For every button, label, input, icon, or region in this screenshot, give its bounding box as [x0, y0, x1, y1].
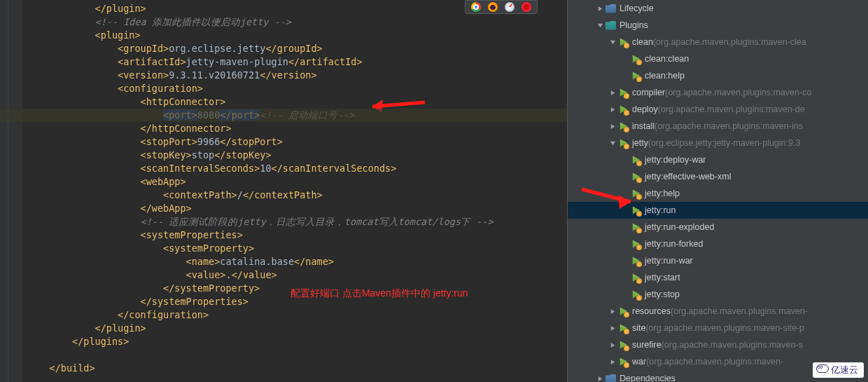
maven-node[interactable]: jetty:help	[568, 185, 868, 202]
maven-node[interactable]: clean (org.apache.maven.plugins:maven-cl…	[568, 34, 868, 50]
annotation-text: 配置好端口 点击Maven插件中的 jetty:run	[290, 287, 468, 300]
tree-expand-icon[interactable]	[608, 324, 617, 332]
maven-node[interactable]: resources (org.apache.maven.plugins:mave…	[568, 303, 868, 320]
tree-collapse-icon[interactable]	[608, 38, 617, 46]
tree-label: jetty:help	[645, 189, 680, 198]
tree-expand-icon[interactable]	[608, 105, 617, 114]
firefox-icon[interactable]	[488, 2, 498, 12]
tree-meta: (org.apache.maven.plugins:maven-	[671, 306, 808, 316]
tree-meta: (org.apache.maven.plugins:maven-site-p	[645, 323, 804, 333]
code-line[interactable]: <stopPort>9966</stopPort>	[22, 135, 567, 149]
maven-goal-icon	[618, 121, 628, 131]
maven-node[interactable]: clean:help	[568, 67, 868, 84]
opera-icon[interactable]	[522, 2, 531, 12]
code-line[interactable]: <configuration>	[22, 82, 567, 95]
svg-marker-3	[597, 23, 602, 27]
maven-tool-window[interactable]: LifecyclePluginsclean (org.apache.maven.…	[567, 0, 868, 382]
code-line[interactable]: <webApp>	[22, 175, 567, 189]
maven-node[interactable]: site (org.apache.maven.plugins:maven-sit…	[568, 320, 868, 336]
maven-goal-selected[interactable]: jetty:run	[568, 202, 868, 219]
code-line[interactable]: </build>	[22, 362, 567, 375]
maven-goal-icon	[631, 222, 640, 232]
chrome-icon[interactable]	[471, 2, 481, 12]
code-line[interactable]: <!-- Idea 添加此插件以便启动jetty -->	[22, 15, 567, 29]
code-line[interactable]: <scanIntervalSeconds>10</scanIntervalSec…	[22, 162, 567, 175]
maven-node[interactable]: deploy (org.apache.maven.plugins:maven-d…	[568, 101, 868, 118]
maven-goal-icon	[618, 37, 628, 47]
maven-goal-icon	[618, 88, 628, 97]
maven-node[interactable]: jetty:effective-web-xml	[568, 168, 868, 185]
maven-goal-icon	[618, 104, 628, 114]
maven-goal-icon	[631, 205, 640, 215]
xml-editor[interactable]: </plugin> <!-- Idea 添加此插件以便启动jetty --> <…	[0, 0, 567, 382]
maven-node[interactable]: jetty (org.eclipse.jetty:jetty-maven-plu…	[568, 135, 868, 151]
maven-node[interactable]: jetty:run-forked	[568, 236, 868, 252]
safari-icon[interactable]	[505, 2, 514, 12]
code-line[interactable]: <contextPath>/</contextPath>	[22, 189, 567, 202]
maven-goal-icon	[631, 172, 640, 182]
svg-marker-5	[610, 90, 614, 95]
code-line[interactable]: <version>9.3.11.v20160721</version>	[22, 69, 567, 82]
tree-expand-icon[interactable]	[596, 4, 604, 13]
maven-node[interactable]: Plugins	[568, 17, 868, 34]
svg-marker-4	[610, 40, 615, 43]
tree-label: install	[632, 121, 654, 131]
maven-node[interactable]: install (org.apache.maven.plugins:maven-…	[568, 118, 868, 135]
code-line[interactable]: <name>catalina.base</name>	[22, 255, 567, 268]
code-line[interactable]: <value>.</value>	[22, 268, 567, 282]
tree-expand-icon[interactable]	[596, 374, 604, 382]
folder-icon	[606, 21, 616, 30]
svg-marker-13	[598, 376, 601, 381]
tree-label: clean:clean	[645, 54, 689, 64]
code-line[interactable]	[22, 348, 567, 362]
maven-node[interactable]: jetty:run-war	[568, 252, 868, 269]
tree-spacer	[621, 156, 629, 164]
maven-node[interactable]: jetty:run-exploded	[568, 219, 868, 236]
maven-node[interactable]: compiler (org.apache.maven.plugins:maven…	[568, 84, 868, 101]
tree-expand-icon[interactable]	[608, 307, 617, 315]
tree-label: jetty:effective-web-xml	[645, 172, 731, 182]
tree-label: jetty:run-forked	[645, 239, 703, 249]
code-line[interactable]: </webApp>	[22, 202, 567, 215]
maven-goal-icon	[631, 155, 640, 165]
svg-marker-7	[610, 123, 614, 128]
maven-node[interactable]: jetty:start	[568, 269, 868, 286]
code-line[interactable]: <!-- 适应测试阶段的jetty，日志写入目录，tomcat写入tomcat/…	[22, 215, 567, 228]
ide-window: </plugin> <!-- Idea 添加此插件以便启动jetty --> <…	[0, 0, 868, 382]
maven-goal-icon	[631, 71, 640, 81]
maven-node[interactable]: clean:clean	[568, 50, 868, 67]
code-line[interactable]: <systemProperty>	[22, 242, 567, 255]
maven-node[interactable]: jetty:deploy-war	[568, 151, 868, 168]
code-line[interactable]: </plugins>	[22, 335, 567, 348]
tree-expand-icon[interactable]	[608, 88, 617, 97]
tree-collapse-icon[interactable]	[608, 139, 617, 147]
code-line[interactable]: </httpConnector>	[22, 122, 567, 135]
code-line[interactable]: <artifactId>jetty-maven-plugin</artifact…	[22, 55, 567, 69]
maven-node[interactable]: surefire (org.apache.maven.plugins:maven…	[568, 336, 868, 353]
maven-node[interactable]: jetty:stop	[568, 286, 868, 303]
code-area[interactable]: </plugin> <!-- Idea 添加此插件以便启动jetty --> <…	[22, 0, 567, 375]
maven-goal-icon	[631, 273, 640, 282]
maven-node[interactable]: Lifecycle	[568, 0, 868, 17]
watermark-text: 亿速云	[831, 364, 858, 376]
tree-label: clean	[632, 37, 653, 47]
tree-spacer	[621, 71, 629, 80]
tree-meta: (org.apache.maven.plugins:maven-clea	[653, 37, 806, 47]
code-line[interactable]: <stopKey>stop</stopKey>	[22, 149, 567, 162]
tree-expand-icon[interactable]	[608, 357, 617, 366]
svg-marker-12	[610, 359, 614, 364]
code-line[interactable]: <httpConnector>	[22, 95, 567, 109]
code-line[interactable]: <plugin>	[22, 29, 567, 42]
tree-expand-icon[interactable]	[608, 341, 617, 349]
tree-meta: (org.apache.maven.plugins:maven-co	[665, 88, 811, 97]
maven-tree[interactable]: LifecyclePluginsclean (org.apache.maven.…	[568, 0, 868, 382]
code-line[interactable]: </plugin>	[22, 322, 567, 335]
code-line[interactable]: </configuration>	[22, 308, 567, 322]
tree-expand-icon[interactable]	[608, 122, 617, 130]
code-line[interactable]: <groupId>org.eclipse.jetty</groupId>	[22, 42, 567, 55]
tree-spacer	[621, 290, 629, 299]
tree-collapse-icon[interactable]	[596, 21, 604, 29]
editor-gutter	[0, 0, 22, 382]
tree-label: deploy	[632, 104, 658, 114]
code-line[interactable]: <systemProperties>	[22, 228, 567, 242]
